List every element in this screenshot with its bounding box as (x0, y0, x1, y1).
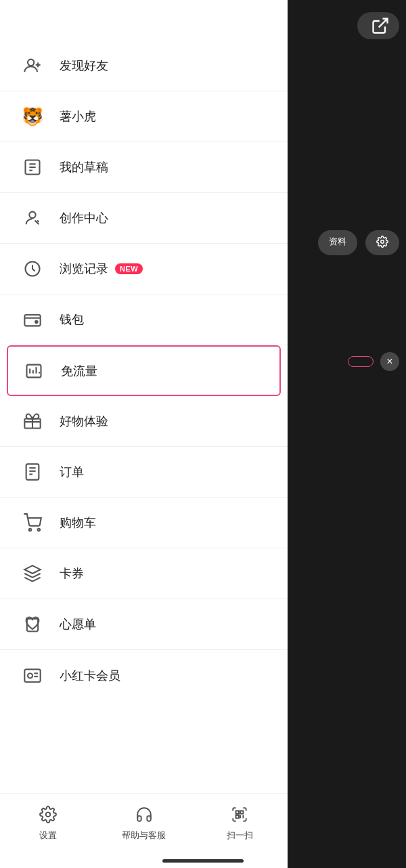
menu-label-my-drafts: 我的草稿 (60, 159, 108, 175)
scan-tab-icon (229, 804, 250, 825)
data-free-icon (22, 359, 46, 383)
menu-label-orders: 订单 (60, 464, 84, 480)
gear-tab-icon (37, 804, 59, 825)
menu-item-find-friends[interactable]: 发现好友 (0, 41, 288, 91)
menu-list: 发现好友🐯薯小虎我的草稿创作中心浏览记录NEW钱包免流量好物体验订单购物车卡券心… (0, 41, 288, 794)
right-panel: 资料 × (288, 0, 406, 868)
history-icon (20, 257, 45, 281)
bottom-tab-help[interactable]: 帮助与客服 (96, 804, 192, 842)
cart-icon (20, 511, 45, 535)
menu-item-browse-history[interactable]: 浏览记录NEW (0, 244, 288, 295)
bottom-tab-label-help: 帮助与客服 (122, 829, 166, 842)
menu-label-wishlist: 心愿单 (60, 616, 96, 632)
svg-point-22 (29, 529, 32, 531)
wishlist-icon (20, 612, 45, 636)
menu-label-coupons: 卡券 (60, 565, 84, 582)
tiger-icon: 🐯 (20, 104, 45, 129)
menu-item-wallet[interactable]: 钱包 (0, 295, 288, 345)
set-background-btn[interactable] (357, 12, 399, 39)
svg-point-23 (38, 529, 41, 531)
svg-point-8 (29, 212, 35, 218)
external-link-icon (371, 16, 390, 35)
svg-rect-10 (24, 315, 40, 326)
svg-rect-30 (236, 811, 239, 814)
share-area: × (348, 352, 399, 371)
bottom-tab-scan[interactable]: 扫一扫 (191, 804, 288, 842)
order-icon (20, 460, 45, 484)
menu-label-find-friends: 发现好友 (60, 58, 108, 74)
menu-label-creation-center: 创作中心 (60, 210, 108, 226)
drafts-icon (20, 155, 45, 179)
menu-label-shu-xiao-hu: 薯小虎 (60, 108, 96, 125)
menu-item-shopping-cart[interactable]: 购物车 (0, 498, 288, 548)
menu-item-wishlist[interactable]: 心愿单 (0, 599, 288, 650)
menu-label-wallet: 钱包 (60, 311, 84, 328)
headset-tab-icon (133, 804, 155, 825)
menu-label-free-data: 免流量 (61, 363, 97, 379)
bottom-tab-label-scan: 扫一扫 (227, 829, 253, 842)
bottom-tab-label-settings: 设置 (39, 829, 57, 842)
menu-item-free-data[interactable]: 免流量 (7, 345, 281, 396)
svg-rect-31 (240, 811, 243, 814)
svg-rect-12 (27, 364, 41, 377)
close-button[interactable]: × (380, 352, 399, 371)
svg-point-29 (46, 812, 51, 817)
wallet-icon (20, 307, 45, 332)
person-add-icon (20, 53, 45, 78)
svg-point-11 (35, 321, 38, 324)
svg-point-0 (381, 240, 384, 244)
bottom-tab-settings[interactable]: 设置 (0, 804, 96, 842)
menu-item-good-experience[interactable]: 好物体验 (0, 396, 288, 447)
coupon-icon (20, 561, 45, 586)
menu-label-shopping-cart: 购物车 (60, 515, 96, 531)
home-indicator (162, 859, 244, 863)
menu-item-membership[interactable]: 小红卡会员 (0, 650, 288, 701)
svg-point-1 (28, 60, 34, 66)
menu-item-my-drafts[interactable]: 我的草稿 (0, 142, 288, 193)
drawer-top-spacer (0, 0, 288, 41)
create-icon (20, 206, 45, 230)
settings-pill-btn[interactable] (365, 230, 399, 255)
gift-icon (20, 409, 45, 433)
menu-label-browse-history: 浏览记录 (60, 261, 108, 277)
profile-btn[interactable]: 资料 (318, 230, 357, 255)
menu-item-shu-xiao-hu[interactable]: 🐯薯小虎 (0, 91, 288, 142)
menu-item-creation-center[interactable]: 创作中心 (0, 193, 288, 244)
share-button[interactable] (348, 356, 374, 367)
menu-label-membership: 小红卡会员 (60, 668, 120, 684)
menu-item-coupons[interactable]: 卡券 (0, 548, 288, 599)
mid-actions: 资料 (318, 230, 399, 255)
member-icon (20, 664, 45, 688)
menu-label-good-experience: 好物体验 (60, 413, 108, 429)
bottom-bar: 设置帮助与客服扫一扫 (0, 794, 288, 868)
svg-point-26 (28, 673, 32, 678)
svg-rect-18 (26, 464, 39, 479)
gear-small-icon (376, 236, 388, 248)
svg-rect-32 (236, 815, 239, 818)
drawer-panel: 发现好友🐯薯小虎我的草稿创作中心浏览记录NEW钱包免流量好物体验订单购物车卡券心… (0, 0, 288, 868)
top-actions (357, 12, 399, 39)
new-badge: NEW (115, 263, 143, 274)
menu-item-orders[interactable]: 订单 (0, 447, 288, 498)
